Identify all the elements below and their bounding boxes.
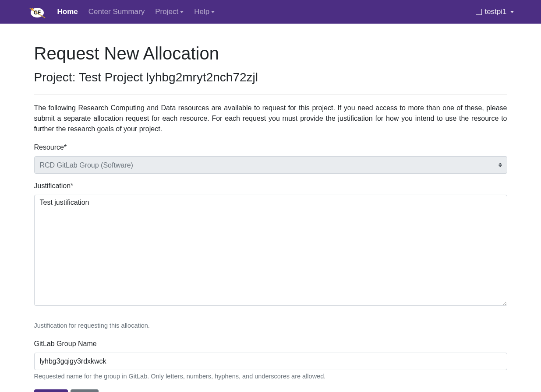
user-name: testpi1 [484, 6, 506, 18]
user-icon [476, 9, 482, 15]
chevron-down-icon [180, 11, 184, 13]
resource-label: Resource* [34, 142, 507, 153]
project-name: Test Project lyhbg2mryt2nch72zjl [79, 70, 258, 84]
justification-textarea[interactable]: Test justification [34, 195, 507, 306]
page-title: Request New Allocation [34, 40, 507, 66]
page-description: The following Research Computing and Dat… [34, 103, 507, 134]
nav-center-summary[interactable]: Center Summary [85, 3, 148, 21]
nav-project-label: Project [155, 6, 178, 18]
gitlab-group-input[interactable] [34, 353, 507, 370]
gitlab-group-label: GitLab Group Name [34, 339, 507, 349]
justification-help-text: Justification for requesting this alloca… [34, 321, 507, 331]
nav-help-label: Help [194, 6, 209, 18]
project-prefix: Project: [34, 70, 79, 84]
chevron-down-icon [211, 11, 215, 13]
justification-label: Justification* [34, 181, 507, 191]
gitlab-group-help-text: Requested name for the group in GitLab. … [34, 372, 507, 382]
submit-button[interactable]: Submit [34, 389, 68, 392]
divider [34, 94, 507, 95]
chevron-down-icon [510, 11, 514, 13]
project-subtitle: Project: Test Project lyhbg2mryt2nch72zj… [34, 68, 507, 87]
top-navbar: CF Home Center Summary Project Help test… [0, 0, 541, 24]
svg-point-1 [31, 8, 33, 10]
resource-select[interactable]: RCD GitLab Group (Software) [34, 156, 507, 174]
brand-logo[interactable]: CF [28, 4, 48, 20]
back-button[interactable]: Back [71, 389, 99, 392]
nav-home[interactable]: Home [54, 3, 81, 21]
user-menu[interactable]: testpi1 [476, 6, 513, 18]
nav-help[interactable]: Help [191, 3, 218, 21]
nav-project[interactable]: Project [152, 3, 187, 21]
svg-text:CF: CF [34, 10, 41, 16]
